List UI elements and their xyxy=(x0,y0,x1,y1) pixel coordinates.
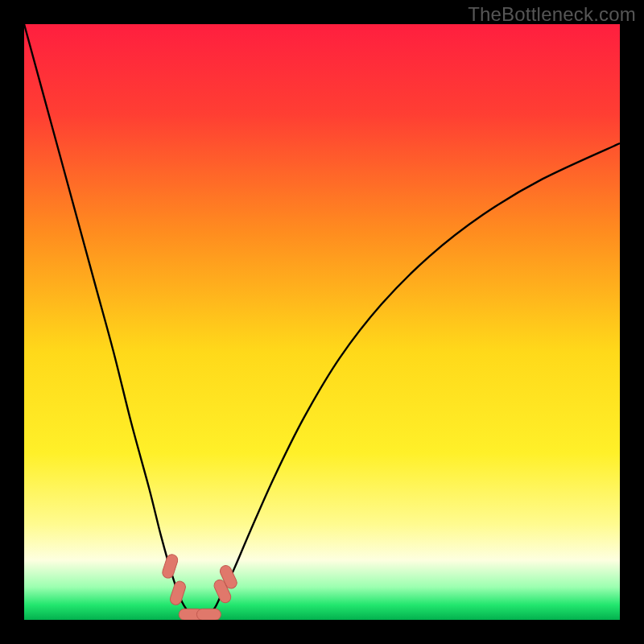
plot-area xyxy=(24,24,620,620)
gradient-background xyxy=(24,24,620,620)
marker-pill xyxy=(196,609,221,620)
chart-svg xyxy=(24,24,620,620)
watermark-text: TheBottleneck.com xyxy=(468,3,636,26)
